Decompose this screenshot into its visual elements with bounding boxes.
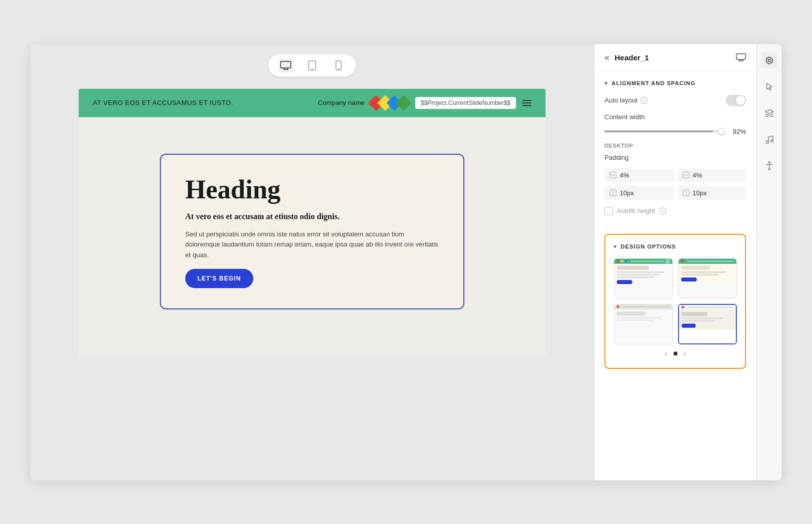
hero-subheading: At vero eos et accusam at etiusto odio d… bbox=[185, 212, 439, 221]
auto-layout-toggle[interactable] bbox=[726, 95, 746, 106]
padding-left-icon bbox=[610, 171, 617, 179]
hero-heading: Heading bbox=[185, 175, 439, 204]
sidebar-settings-icon[interactable] bbox=[761, 52, 777, 68]
canvas-area: AT VERO EOS ET ACCUSAMUS ET IUSTO. Compa… bbox=[30, 44, 594, 480]
auto-layout-row: Auto layout i bbox=[604, 95, 746, 106]
header-text: AT VERO EOS ET ACCUSAMUS ET IUSTO. bbox=[93, 99, 233, 107]
section-divider bbox=[604, 225, 746, 226]
slider-track[interactable] bbox=[604, 130, 723, 132]
desktop-button[interactable] bbox=[279, 58, 293, 73]
design-options-section: ▾ DESIGN OPTIONS bbox=[604, 234, 746, 369]
design-options-header[interactable]: ▾ DESIGN OPTIONS bbox=[614, 243, 737, 250]
device-toolbar bbox=[268, 54, 356, 77]
design-options-chevron-icon: ▾ bbox=[614, 243, 617, 250]
panel-body: ▾ ALIGNMENT AND SPACING Auto layout i Co… bbox=[594, 72, 756, 480]
company-name: Company name bbox=[318, 99, 364, 107]
tablet-button[interactable] bbox=[305, 58, 319, 73]
autofit-label: Autofit height bbox=[617, 207, 655, 215]
padding-top-value: 10px bbox=[620, 189, 634, 197]
content-width-slider[interactable]: 92% bbox=[604, 128, 746, 135]
padding-right-icon bbox=[683, 171, 690, 179]
carousel-next-button[interactable]: › bbox=[684, 350, 686, 358]
svg-point-22 bbox=[768, 161, 770, 163]
padding-row: Padding bbox=[604, 154, 746, 161]
design-option-1[interactable] bbox=[614, 258, 673, 299]
desktop-label: DESKTOP bbox=[604, 143, 746, 149]
padding-grid: 4% 4% bbox=[604, 168, 746, 200]
design-option-2[interactable] bbox=[678, 258, 737, 299]
carousel-dot bbox=[673, 352, 678, 356]
design-option-3[interactable] bbox=[614, 304, 673, 344]
cta-button[interactable]: LET'S BEGIN bbox=[185, 269, 253, 288]
content-width-label: Content width bbox=[604, 113, 645, 121]
hamburger-icon[interactable] bbox=[522, 100, 531, 106]
right-panel: « Header_1 ▾ ALIGNMENT AND SPACING bbox=[594, 44, 756, 480]
logo-diamonds bbox=[370, 97, 409, 109]
display-icon[interactable] bbox=[736, 53, 746, 61]
panel-title: Header_1 bbox=[615, 53, 649, 62]
hero-body: Sed ut perspiciatis unde omnis iste natu… bbox=[185, 229, 439, 261]
padding-top-icon bbox=[610, 189, 617, 196]
right-sidebar bbox=[756, 44, 782, 480]
alignment-section-title: ALIGNMENT AND SPACING bbox=[612, 80, 695, 86]
svg-point-20 bbox=[766, 141, 768, 143]
slide-number: $$Project.CurrentSlideNumber$$ bbox=[415, 97, 516, 109]
panel-header: « Header_1 bbox=[594, 44, 756, 72]
back-button[interactable]: « bbox=[604, 52, 610, 63]
padding-label: Padding bbox=[604, 154, 629, 161]
design-option-4[interactable] bbox=[678, 304, 737, 344]
svg-point-21 bbox=[770, 139, 773, 142]
alignment-section-header[interactable]: ▾ ALIGNMENT AND SPACING bbox=[604, 80, 746, 87]
padding-top-input[interactable]: 10px bbox=[604, 186, 673, 200]
mobile-button[interactable] bbox=[331, 58, 346, 73]
hero-section: Heading At vero eos et accusam at etiust… bbox=[160, 154, 464, 310]
svg-rect-0 bbox=[281, 61, 291, 68]
design-options-title: DESIGN OPTIONS bbox=[621, 243, 676, 250]
padding-bottom-input[interactable]: 10px bbox=[678, 186, 747, 200]
sidebar-music-icon[interactable] bbox=[761, 131, 777, 148]
carousel-nav: ‹ › bbox=[614, 344, 737, 360]
sidebar-layers-icon[interactable] bbox=[761, 105, 777, 121]
auto-layout-info-icon[interactable]: i bbox=[640, 97, 648, 104]
autofit-checkbox[interactable] bbox=[604, 207, 613, 215]
padding-bottom-value: 10px bbox=[693, 189, 707, 197]
padding-left-value: 4% bbox=[620, 171, 629, 179]
svg-point-7 bbox=[338, 68, 339, 69]
canvas-content: AT VERO EOS ET ACCUSAMUS ET IUSTO. Compa… bbox=[79, 89, 546, 357]
content-width-row: Content width bbox=[604, 113, 746, 121]
header-right: Company name $$Project.CurrentSlideNumbe… bbox=[318, 97, 531, 109]
sidebar-pointer-icon[interactable] bbox=[761, 79, 777, 95]
padding-bottom-icon bbox=[683, 189, 690, 196]
padding-left-input[interactable]: 4% bbox=[604, 168, 673, 182]
auto-layout-label: Auto layout i bbox=[604, 96, 648, 104]
section-chevron-icon: ▾ bbox=[604, 80, 607, 87]
slider-value: 92% bbox=[728, 128, 746, 135]
padding-right-value: 4% bbox=[693, 171, 702, 179]
svg-point-5 bbox=[312, 68, 313, 69]
carousel-prev-button[interactable]: ‹ bbox=[665, 350, 667, 358]
design-options-grid bbox=[614, 258, 737, 344]
sidebar-accessibility-icon[interactable] bbox=[761, 158, 777, 174]
panel-title-area: « Header_1 bbox=[604, 52, 649, 63]
diamond-green bbox=[396, 95, 412, 111]
autofit-row: Autofit height i bbox=[604, 207, 746, 215]
svg-rect-8 bbox=[736, 54, 746, 59]
padding-right-input[interactable]: 4% bbox=[678, 168, 747, 182]
autofit-info-icon[interactable]: i bbox=[659, 207, 666, 215]
site-header: AT VERO EOS ET ACCUSAMUS ET IUSTO. Compa… bbox=[79, 89, 546, 117]
